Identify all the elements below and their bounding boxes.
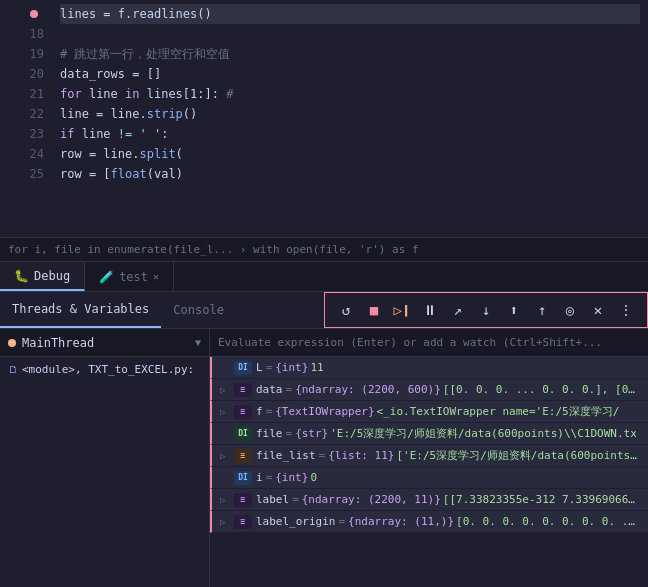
left-panel: MainThread ▼ 🗋 <module>, TXT_to_EXCEL.py… <box>0 329 210 587</box>
line-num-19: 19 <box>8 44 44 64</box>
thread-dropdown-arrow: ▼ <box>195 337 201 348</box>
main-content: MainThread ▼ 🗋 <module>, TXT_to_EXCEL.py… <box>0 329 648 587</box>
line-num-25: 25 <box>8 164 44 184</box>
clear-button[interactable]: ✕ <box>585 297 611 323</box>
code-lines-container: 18 19 20 21 22 23 24 25 lines = f.readli… <box>0 0 648 237</box>
var-item-f[interactable]: ▷ ≡ f = {TextIOWrapper} <_io.TextIOWrapp… <box>210 401 648 423</box>
code-line-21: for line in lines[1:]: # <box>60 84 640 104</box>
run-to-cursor-button[interactable]: ◎ <box>557 297 583 323</box>
var-item-i[interactable]: DI i = {int} 0 <box>210 467 648 489</box>
var-icon-data: ≡ <box>234 383 252 397</box>
line-num-24: 24 <box>8 144 44 164</box>
stack-item-0[interactable]: 🗋 <module>, TXT_to_EXCEL.py: <box>0 357 209 381</box>
code-line-25: row = [float(val) <box>60 164 640 184</box>
step-into-button[interactable]: ↓ <box>473 297 499 323</box>
var-item-label-origin[interactable]: ▷ ≡ label_origin = {ndarray: (11,)} [0. … <box>210 511 648 533</box>
var-icon-label: ≡ <box>234 493 252 507</box>
var-item-data[interactable]: ▷ ≡ data = {ndarray: (2200, 600)} [[0. 0… <box>210 379 648 401</box>
watch-placeholder: Evaluate expression (Enter) or add a wat… <box>218 336 602 349</box>
code-content: lines = f.readlines() # 跳过第一行，处理空行和空值 da… <box>52 4 648 233</box>
var-expand-file-list: ▷ <box>220 451 234 461</box>
tab-test-label: test <box>119 270 148 284</box>
var-item-L[interactable]: DI L = {int} 11 <box>210 357 648 379</box>
breakpoint-indicator <box>30 10 38 18</box>
thread-status-dot <box>8 339 16 347</box>
var-icon-label-origin: ≡ <box>234 515 252 529</box>
line-num-bp <box>8 4 44 24</box>
line-num-18: 18 <box>8 24 44 44</box>
code-line-23: if line != ' ': <box>60 124 640 144</box>
step-out-button[interactable]: ⬆ <box>501 297 527 323</box>
var-expand-label: ▷ <box>220 495 234 505</box>
subtabs-toolbar-row: Threads & Variables Console ↺ ■ ▷❙ ⏸ ↗ ↓… <box>0 292 648 329</box>
subtab-console[interactable]: Console <box>161 292 236 328</box>
step-back-button[interactable]: ↑ <box>529 297 555 323</box>
tab-test-close[interactable]: ✕ <box>153 271 159 282</box>
var-icon-file-list: ≡ <box>234 449 252 463</box>
subtab-console-label: Console <box>173 303 224 317</box>
watch-bar[interactable]: Evaluate expression (Enter) or add a wat… <box>210 329 648 357</box>
tab-debug-label: Debug <box>34 269 70 283</box>
subtab-threads-variables[interactable]: Threads & Variables <box>0 292 161 328</box>
line-num-23: 23 <box>8 124 44 144</box>
var-icon-L: DI <box>234 361 252 375</box>
stack-item-label: <module>, TXT_to_EXCEL.py: <box>22 363 194 376</box>
thread-name: MainThread <box>22 336 189 350</box>
tab-debug[interactable]: 🐛 Debug <box>0 262 85 291</box>
code-line-19: # 跳过第一行，处理空行和空值 <box>60 44 640 64</box>
var-item-label[interactable]: ▷ ≡ label = {ndarray: (2200, 11)} [[7.33… <box>210 489 648 511</box>
panel-tabs: 🐛 Debug 🧪 test ✕ <box>0 262 648 292</box>
resume-button[interactable]: ▷❙ <box>389 297 415 323</box>
code-line-22: line = line.strip() <box>60 104 640 124</box>
line-num-22: 22 <box>8 104 44 124</box>
var-expand-data: ▷ <box>220 385 234 395</box>
debug-icon: 🐛 <box>14 269 29 283</box>
code-line-24: row = line.split( <box>60 144 640 164</box>
var-expand-f: ▷ <box>220 407 234 417</box>
pause-button[interactable]: ⏸ <box>417 297 443 323</box>
variables-list: DI L = {int} 11 ▷ ≡ data = {ndarray: (22… <box>210 357 648 587</box>
var-item-file[interactable]: DI file = {str} 'E:/5深度学习/师姐资料/data(600p… <box>210 423 648 445</box>
line-num-20: 20 <box>8 64 44 84</box>
stop-button[interactable]: ■ <box>361 297 387 323</box>
line-num-21: 21 <box>8 84 44 104</box>
code-line-20: data_rows = [] <box>60 64 640 84</box>
debug-toolbar: ↺ ■ ▷❙ ⏸ ↗ ↓ ⬆ ↑ ◎ ✕ ⋮ <box>324 292 648 328</box>
code-editor: 18 19 20 21 22 23 24 25 lines = f.readli… <box>0 0 648 262</box>
restart-button[interactable]: ↺ <box>333 297 359 323</box>
code-line-18 <box>60 24 640 44</box>
run-icon: 🧪 <box>99 270 114 284</box>
step-over-button[interactable]: ↗ <box>445 297 471 323</box>
right-panel: Evaluate expression (Enter) or add a wat… <box>210 329 648 587</box>
var-icon-i: DI <box>234 471 252 485</box>
bottom-panel: 🐛 Debug 🧪 test ✕ Threads & Variables Con… <box>0 262 648 587</box>
line-numbers: 18 19 20 21 22 23 24 25 <box>0 4 52 233</box>
var-icon-f: ≡ <box>234 405 252 419</box>
code-line-bp: lines = f.readlines() <box>60 4 640 24</box>
file-icon: 🗋 <box>8 364 18 375</box>
stack-list: 🗋 <module>, TXT_to_EXCEL.py: <box>0 357 209 587</box>
thread-selector[interactable]: MainThread ▼ <box>0 329 209 357</box>
more-button[interactable]: ⋮ <box>613 297 639 323</box>
subtab-threads-label: Threads & Variables <box>12 302 149 316</box>
tab-test[interactable]: 🧪 test ✕ <box>85 262 174 291</box>
breadcrumb: for i, file in enumerate(file_l... › wit… <box>0 237 648 261</box>
var-item-file-list[interactable]: ▷ ≡ file_list = {list: 11} ['E:/5深度学习/师姐… <box>210 445 648 467</box>
var-expand-label-origin: ▷ <box>220 517 234 527</box>
var-icon-file: DI <box>234 427 252 441</box>
